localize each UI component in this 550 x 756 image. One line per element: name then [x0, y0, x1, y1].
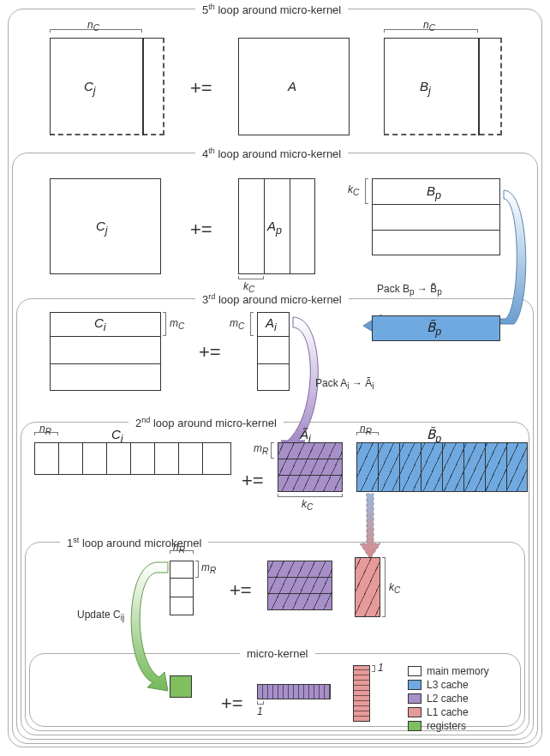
label-nc-cj: nC [87, 19, 99, 33]
op-plus-1: += [230, 579, 252, 602]
matrix-bj [384, 38, 502, 135]
microkernel-title: micro-kernel [240, 647, 315, 660]
ap-v2 [290, 178, 290, 274]
op-plus-3: += [199, 341, 221, 363]
label-mc-ai: mC [230, 317, 244, 331]
matrix-ai-l2 [267, 561, 332, 610]
label-nr-bp: nR [360, 423, 372, 436]
label-a: A [288, 79, 296, 93]
op-plus-mk: += [221, 693, 243, 715]
brace-one-a [257, 701, 264, 705]
arrow-bp-to-l1 [356, 494, 391, 562]
label-mc-ci: mC [170, 317, 184, 331]
brace-mr-ai [271, 442, 274, 459]
label-one-a: 1 [257, 705, 263, 717]
legend-l2: L2 cache [408, 693, 469, 705]
ci-h1 [50, 336, 161, 337]
brace-mr-cij [195, 561, 199, 578]
loop-5-title: 5th loop around micro-kernel [195, 3, 348, 16]
label-one-b: 1 [378, 662, 384, 674]
brace-one-b [372, 665, 375, 672]
ap-v1 [264, 178, 265, 274]
label-pack-b: Pack Bp → B̃p [377, 283, 442, 297]
label-bj: Bj [420, 79, 431, 97]
label-kc-ap: kC [243, 280, 254, 294]
brace-mc-ai [250, 312, 254, 336]
matrix-a-row [257, 684, 331, 699]
op-plus-4: += [190, 219, 212, 241]
matrix-b-col [353, 665, 370, 722]
label-cj: Cj [84, 79, 96, 97]
cj-inner [142, 38, 144, 135]
bj-inner [478, 38, 480, 135]
legend-reg: registers [408, 720, 466, 732]
op-plus-2: += [242, 470, 264, 492]
label-btilde-p: B̃p [427, 320, 441, 338]
loop-3-title: 3rd loop around micro-kernel [195, 292, 349, 306]
op-plus-5: += [190, 77, 212, 99]
label-nr-cij: nR [173, 541, 185, 555]
matrix-atilde-i [278, 442, 343, 492]
label-update-c: Update Cij [77, 609, 124, 622]
matrix-bp-l1 [355, 557, 380, 617]
matrix-cj [50, 38, 164, 135]
brace-kc-l1 [382, 557, 386, 617]
brace-kc-ai2 [278, 494, 343, 497]
gemm-loop-diagram: 5th loop around micro-kernel 4th loop ar… [0, 0, 550, 756]
loop-1-title: 1st loop around microkernel [60, 536, 208, 549]
brace-kc-ap [238, 276, 264, 279]
label-kc-ai2: kC [302, 498, 313, 512]
ci-h2 [50, 363, 161, 364]
label-mr-cij: mR [201, 561, 216, 575]
label-ci-3: Ci [94, 315, 106, 333]
label-kc-bp: kC [348, 183, 359, 197]
label-nr-ci: nR [39, 423, 51, 436]
label-pack-a: Pack Ai → Ãi [315, 377, 374, 391]
brace-mc-ci [163, 312, 166, 336]
legend-l1: L1 cache [408, 706, 469, 718]
label-ap: Ap [267, 219, 282, 237]
label-cj-4: Cj [96, 219, 108, 237]
legend-l3: L3 cache [408, 679, 469, 691]
label-nc-bj: nC [423, 19, 435, 33]
loop-4-title: 4th loop around micro-kernel [195, 147, 348, 160]
arrow-update-c [120, 557, 188, 694]
legend-main: main memory [408, 665, 489, 677]
label-mr-ai: mR [254, 442, 268, 456]
label-kc-l1: kC [389, 581, 400, 595]
matrix-cij-reg [170, 675, 192, 698]
